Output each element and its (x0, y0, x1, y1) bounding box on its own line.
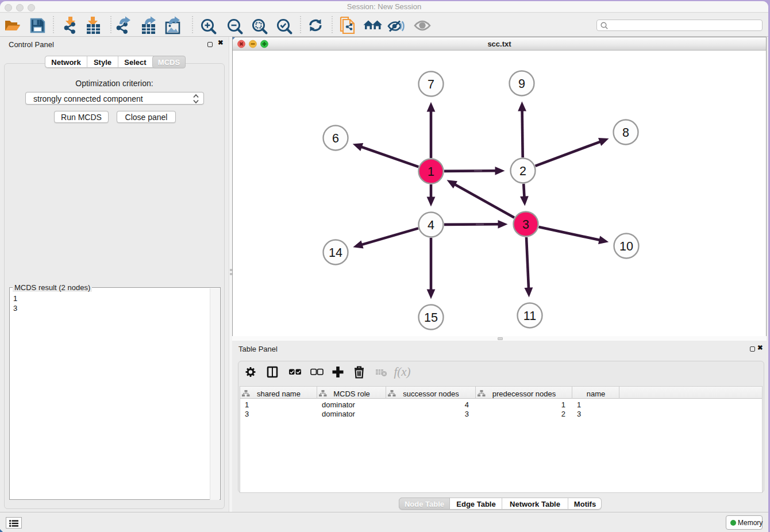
svg-text:14: 14 (329, 246, 342, 260)
svg-text:4: 4 (428, 218, 434, 232)
svg-text:6: 6 (332, 132, 339, 145)
svg-text:7: 7 (428, 78, 434, 91)
svg-text:2: 2 (519, 164, 526, 178)
svg-text:11: 11 (523, 309, 536, 323)
svg-text:1: 1 (428, 165, 434, 179)
svg-text:3: 3 (522, 218, 529, 232)
svg-text:9: 9 (518, 77, 525, 91)
svg-text:15: 15 (424, 311, 438, 325)
svg-text:10: 10 (619, 240, 633, 253)
svg-text:f(x): f(x) (394, 365, 410, 379)
svg-text:8: 8 (622, 126, 629, 140)
